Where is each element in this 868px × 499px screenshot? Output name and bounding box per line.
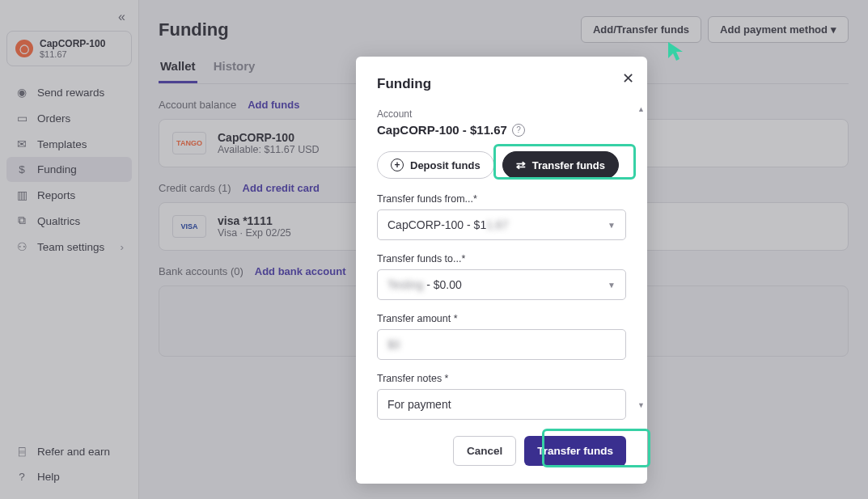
close-icon[interactable]: ✕ [622,70,634,87]
select-value: - $0.00 [423,278,461,291]
plus-circle-icon: + [391,159,404,171]
transfer-funds-submit-button[interactable]: Transfer funds [524,436,626,466]
from-label: Transfer funds from...* [377,193,626,205]
swap-icon: ⇄ [516,159,526,171]
toggle-label: Deposit funds [410,159,481,171]
transfer-amount-input[interactable]: $0 [377,329,626,360]
transfer-notes-input[interactable]: For payment [377,389,626,420]
caret-down-icon: ▼ [608,281,616,290]
input-value: $0 [387,338,400,351]
cursor-pointer-icon [667,40,688,69]
scroll-down-icon[interactable]: ▼ [637,401,645,409]
to-label: Transfer funds to...* [377,253,626,264]
scroll-up-icon[interactable]: ▲ [637,105,645,113]
caret-down-icon: ▼ [608,221,616,230]
toggle-label: Transfer funds [532,159,605,171]
amount-label: Transfer amount * [377,313,626,324]
modal-title: Funding [377,76,626,92]
deposit-funds-toggle[interactable]: +Deposit funds [377,151,494,179]
transfer-to-select[interactable]: Testing - $0.00▼ [377,269,626,300]
help-icon[interactable]: ? [512,124,525,137]
cancel-button[interactable]: Cancel [453,436,516,466]
select-value: CapCORP-100 - $1 [387,218,486,231]
select-value-blur: Testing [387,278,423,291]
transfer-from-select[interactable]: CapCORP-100 - $11.67▼ [377,209,626,240]
funding-modal: ✕ ▲ ▼ Funding Account CapCORP-100 - $11.… [356,57,647,484]
account-field-label: Account [377,108,626,120]
notes-label: Transfer notes * [377,373,626,384]
account-field-value: CapCORP-100 - $11.67 [377,123,507,137]
transfer-funds-toggle[interactable]: ⇄Transfer funds [502,151,619,179]
